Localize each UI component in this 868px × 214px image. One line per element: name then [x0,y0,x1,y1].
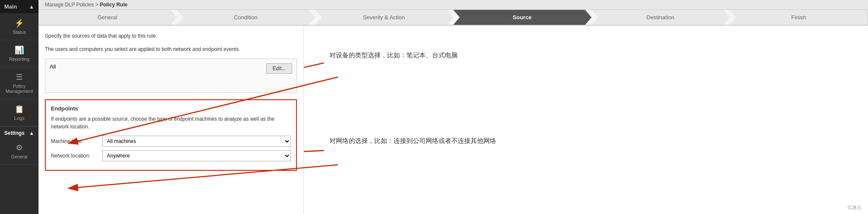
breadcrumb-separator: > [94,2,100,8]
network-location-label: Network location: [51,153,102,159]
wizard-step-general[interactable]: General [39,10,177,25]
general-icon: ⚙ [16,143,23,152]
content-area: Specify the sources of data that apply t… [39,26,868,214]
wizard-step-severity-action[interactable]: Severity & Action [315,10,453,25]
policy-icon: ☰ [16,72,23,82]
sidebar-item-logs-label: Logs [14,116,24,121]
sidebar-header-label: Main [4,3,17,10]
breadcrumb-parent[interactable]: Manage DLP Policies [45,2,94,8]
sidebar-item-policy-management[interactable]: ☰ Policy Management [0,67,39,99]
main-content: Manage DLP Policies > Policy Rule Genera… [39,0,868,214]
sidebar: Main ▲ ⚡ Status 📊 Reporting ☰ Policy Man… [0,0,39,214]
settings-label: Settings [4,130,24,136]
endpoints-title: Endpoints [51,105,291,112]
logs-icon: 📋 [15,104,24,114]
sidebar-item-general[interactable]: ⚙ General [0,138,39,165]
sidebar-item-status[interactable]: ⚡ Status [0,13,39,40]
sidebar-item-policy-label: Policy Management [2,83,36,94]
watermark: 亿迷云 [847,204,862,211]
network-location-row: Network location: Anywhere Corporate net… [51,150,291,161]
network-location-select[interactable]: Anywhere Corporate network Outside corpo… [102,150,291,161]
reporting-icon: 📊 [15,45,24,55]
sidebar-item-status-label: Status [12,30,26,35]
arrow-svg [317,34,855,205]
settings-collapse-icon: ▲ [29,130,34,136]
description-line2: The users and computers you select are a… [45,45,297,54]
sidebar-item-logs[interactable]: 📋 Logs [0,99,39,126]
settings-section: Settings ▲ [0,127,39,138]
wizard-step-finish[interactable]: Finish [730,10,868,25]
sidebar-collapse-icon[interactable]: ▲ [29,3,34,10]
content-left: Specify the sources of data that apply t… [39,26,304,214]
wizard-step-destination[interactable]: Destination [592,10,730,25]
breadcrumb-current: Policy Rule [100,2,127,8]
machine-type-select[interactable]: All machines Laptops Desktops Servers [102,136,291,147]
arrows-wrapper [317,34,855,205]
sidebar-header: Main ▲ [0,0,39,13]
wizard-step-source[interactable]: Source [453,10,592,25]
sidebar-item-reporting[interactable]: 📊 Reporting [0,40,39,67]
source-value: All [50,63,56,70]
status-icon: ⚡ [15,18,24,28]
breadcrumb: Manage DLP Policies > Policy Rule [39,0,868,10]
sidebar-item-reporting-label: Reporting [9,56,30,62]
endpoints-section: Endpoints If endpoints are a possible so… [45,99,297,171]
edit-button[interactable]: Edit... [266,63,292,74]
wizard-step-condition[interactable]: Condition [177,10,315,25]
description-line1: Specify the sources of data that apply t… [45,32,297,40]
sidebar-item-general-label: General [11,154,27,159]
endpoints-desc: If endpoints are a possible source, choo… [51,115,291,131]
machine-type-row: Machine type: All machines Laptops Deskt… [51,136,291,147]
content-right: 对设备的类型选择，比如：笔记本、台式电脑 对网络的选择，比如：连接到公司网络或者… [304,26,868,214]
wizard-steps: General Condition Severity & Action Sour… [39,10,868,26]
source-box: All Edit... [45,59,297,93]
